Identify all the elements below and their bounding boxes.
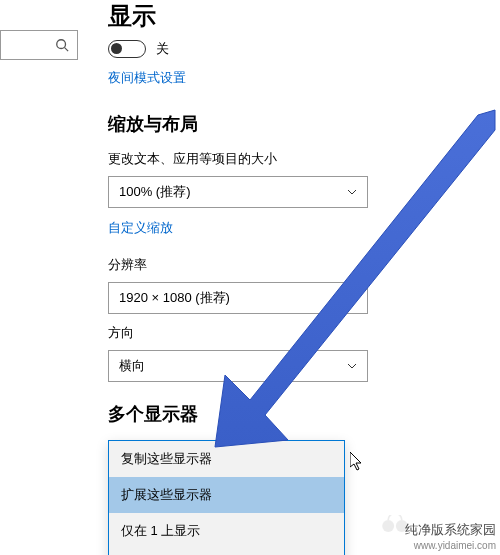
- text-scaling-label: 更改文本、应用等项目的大小: [108, 150, 488, 168]
- search-input[interactable]: [0, 30, 78, 60]
- night-mode-toggle[interactable]: [108, 40, 146, 58]
- resolution-value: 1920 × 1080 (推荐): [119, 289, 347, 307]
- custom-scaling-link[interactable]: 自定义缩放: [108, 219, 173, 237]
- scaling-layout-section-title: 缩放与布局: [108, 112, 488, 136]
- multi-displays-section-title: 多个显示器: [108, 402, 488, 426]
- dropdown-option-extend[interactable]: 扩展这些显示器: [109, 477, 344, 513]
- orientation-value: 横向: [119, 357, 347, 375]
- chevron-down-icon: [347, 293, 357, 303]
- toggle-knob: [111, 43, 122, 54]
- dropdown-option-only-1[interactable]: 仅在 1 上显示: [109, 513, 344, 549]
- toggle-state-label: 关: [156, 40, 169, 58]
- orientation-dropdown[interactable]: 横向: [108, 350, 368, 382]
- chevron-down-icon: [347, 361, 357, 371]
- chevron-down-icon: [347, 187, 357, 197]
- watermark-url: www.yidaimei.com: [405, 539, 496, 552]
- watermark-title: 纯净版系统家园: [405, 522, 496, 539]
- svg-point-2: [382, 520, 394, 532]
- resolution-label: 分辨率: [108, 256, 488, 274]
- svg-point-0: [57, 40, 66, 49]
- svg-line-1: [65, 48, 69, 52]
- search-icon: [55, 38, 69, 52]
- watermark: 纯净版系统家园 www.yidaimei.com: [405, 522, 496, 552]
- text-scaling-value: 100% (推荐): [119, 183, 347, 201]
- text-scaling-dropdown[interactable]: 100% (推荐): [108, 176, 368, 208]
- page-title: 显示: [108, 0, 488, 32]
- resolution-dropdown[interactable]: 1920 × 1080 (推荐): [108, 282, 368, 314]
- multi-display-dropdown-open[interactable]: 复制这些显示器 扩展这些显示器 仅在 1 上显示 仅在 2 上显示: [108, 440, 345, 555]
- dropdown-option-only-2[interactable]: 仅在 2 上显示: [109, 549, 344, 555]
- orientation-label: 方向: [108, 324, 488, 342]
- night-mode-settings-link[interactable]: 夜间模式设置: [108, 69, 186, 87]
- night-mode-toggle-row: 关: [108, 40, 488, 58]
- dropdown-option-duplicate[interactable]: 复制这些显示器: [109, 441, 344, 477]
